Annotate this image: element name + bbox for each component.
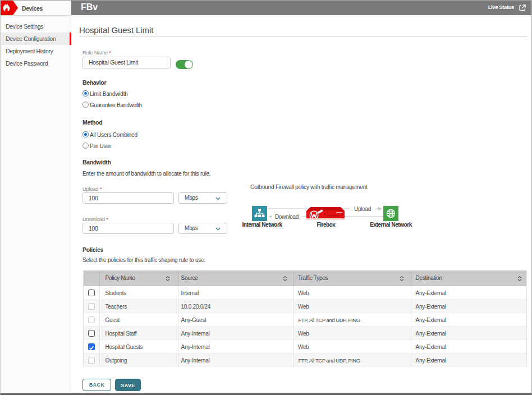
svg-text:External Network: External Network <box>370 222 412 228</box>
svg-text:Upload: Upload <box>354 206 371 212</box>
svg-text:Firebox: Firebox <box>317 222 336 228</box>
svg-text:Download: Download <box>275 214 299 220</box>
svg-text:Internal Network: Internal Network <box>242 222 282 228</box>
